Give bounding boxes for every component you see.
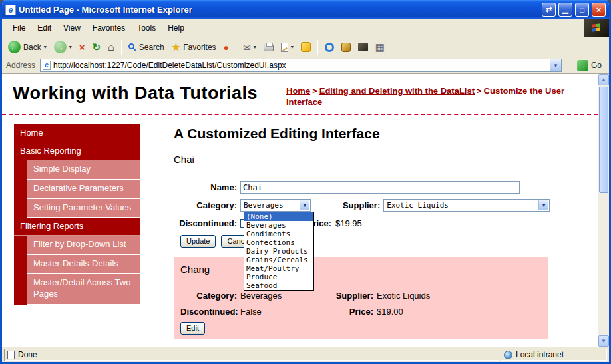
search-button[interactable]: Search xyxy=(125,41,168,54)
dropdown-option-confections[interactable]: Confections xyxy=(244,238,313,247)
home-button[interactable]: ⌂ xyxy=(104,40,118,55)
address-dropdown-icon[interactable]: ▼ xyxy=(550,59,561,71)
grid-icon: ▦ xyxy=(375,42,385,52)
supplier-dropdown-icon[interactable]: ▼ xyxy=(538,200,548,210)
dropdown-option-dairy-products[interactable]: Dairy Products xyxy=(244,247,313,256)
breadcrumb: Home>Editing and Deleting with the DataL… xyxy=(286,86,587,108)
scroll-up-icon[interactable]: ▲ xyxy=(598,74,609,85)
edit-button-toolbar[interactable]: ▾ xyxy=(278,41,297,54)
back-button[interactable]: ← Back ▾ xyxy=(5,39,50,55)
menu-view[interactable]: View xyxy=(58,21,86,35)
menu-tools[interactable]: Tools xyxy=(132,21,161,35)
mail-button[interactable]: ✉ ▾ xyxy=(240,41,260,54)
research-icon xyxy=(341,43,351,52)
address-label: Address xyxy=(5,61,37,70)
supplier-select[interactable]: Exotic Liquids ▼ xyxy=(383,199,550,212)
browser-window: e Untitled Page - Microsoft Internet Exp… xyxy=(0,0,611,364)
sidebar-item-declarative-parameters[interactable]: Declarative Parameters xyxy=(27,180,140,199)
page-area: Working with Data Tutorials Home>Editing… xyxy=(2,74,598,347)
mail-icon: ✉ xyxy=(243,43,251,52)
price-value: $19.95 xyxy=(335,218,362,228)
tools-extra-button[interactable] xyxy=(355,41,371,53)
dropdown-option-seafood[interactable]: Seafood xyxy=(244,281,313,290)
content-row: Home Basic Reporting Simple Display Decl… xyxy=(2,115,598,339)
status-zone: Local intranet xyxy=(501,349,607,361)
stop-button[interactable]: × xyxy=(76,40,89,54)
messenger-icon xyxy=(301,42,311,52)
dropdown-option-meat-poultry[interactable]: Meat/Poultry xyxy=(244,264,313,273)
ie-e-glyph: e xyxy=(9,6,13,14)
sidebar-item-filter-by-dropdown-list[interactable]: Filter by Drop-Down List xyxy=(27,236,140,255)
sidebar-item-master-detail-across-two-pages[interactable]: Master/Detail Across Two Pages xyxy=(27,274,140,305)
edit-button[interactable]: Edit xyxy=(180,322,205,335)
ie-logo-icon: e xyxy=(5,5,16,15)
refresh-button[interactable]: ↻ xyxy=(89,40,104,54)
dropdown-option-beverages[interactable]: Beverages xyxy=(244,221,313,230)
breadcrumb-home-link[interactable]: Home xyxy=(286,86,310,96)
address-input[interactable]: e http://localhost:1227/Code/EditDeleteD… xyxy=(40,59,562,72)
dropdown-option-condiments[interactable]: Condiments xyxy=(244,230,313,238)
sidebar-item-simple-display[interactable]: Simple Display xyxy=(27,160,140,180)
name-input[interactable]: Chai xyxy=(240,181,520,194)
update-button[interactable]: Update xyxy=(180,235,216,248)
status-bar: Done Local intranet xyxy=(2,347,609,362)
close-button[interactable]: × xyxy=(592,3,606,17)
maximize-button[interactable]: □ xyxy=(575,3,589,17)
discuss-button[interactable] xyxy=(321,41,337,54)
category-select[interactable]: Beverages ▼ xyxy=(240,199,311,212)
category-dropdown-icon[interactable]: ▼ xyxy=(300,200,309,210)
forward-button[interactable]: → ▾ xyxy=(51,39,75,55)
discuss-icon xyxy=(325,43,334,52)
scrollbar-thumb[interactable] xyxy=(599,87,608,193)
menu-edit[interactable]: Edit xyxy=(32,21,57,35)
vertical-scrollbar[interactable]: ▲ ▼ xyxy=(598,74,609,347)
media-button[interactable]: ● xyxy=(220,41,232,54)
sidebar-item-filtering-reports[interactable]: Filtering Reports xyxy=(14,218,140,236)
go-button[interactable]: → Go xyxy=(574,59,606,73)
dropdown-option-grains-cereals[interactable]: Grains/Cereals xyxy=(244,256,313,264)
window-arrows-button[interactable]: ⇄ xyxy=(542,3,556,17)
view-item-name: Chang xyxy=(180,264,541,275)
print-button[interactable] xyxy=(260,41,277,53)
edit-form: Name: Chai Category: Beverages ▼ Supplie… xyxy=(174,181,550,248)
favorites-star-icon: ★ xyxy=(172,42,180,52)
main-content: A Customized Editing Interface Chai Name… xyxy=(174,124,550,339)
sidebar-item-basic-reporting[interactable]: Basic Reporting xyxy=(14,142,140,160)
forward-icon: → xyxy=(54,41,67,53)
scroll-down-icon[interactable]: ▼ xyxy=(598,335,609,347)
edit-buttons-row: Update Cancel xyxy=(174,235,550,248)
dropdown-option-none[interactable]: (None) xyxy=(244,212,313,221)
back-caret-icon: ▾ xyxy=(44,44,47,50)
scrollbar-track[interactable] xyxy=(598,85,609,335)
menu-favorites[interactable]: Favorites xyxy=(87,21,130,35)
favorites-button[interactable]: ★ Favorites xyxy=(168,40,220,54)
site-title: Working with Data Tutorials xyxy=(13,83,258,108)
breadcrumb-separator: > xyxy=(477,86,482,96)
discontinued-row: Discontinued: Price: $19.95 xyxy=(174,217,550,230)
grid-button[interactable]: ▦ xyxy=(372,40,388,54)
messenger-button[interactable] xyxy=(298,40,314,54)
view-category-value: Beverages xyxy=(240,291,313,301)
research-button[interactable] xyxy=(338,41,354,54)
category-dropdown-list: (None) Beverages Condiments Confections … xyxy=(244,212,314,291)
titlebar[interactable]: e Untitled Page - Microsoft Internet Exp… xyxy=(2,0,609,19)
view-category-row: Category: Beverages Supplier: Exotic Liq… xyxy=(180,289,541,303)
status-text: Done xyxy=(18,350,37,359)
sidebar-item-setting-parameter-values[interactable]: Setting Parameter Values xyxy=(27,199,140,218)
sidebar-item-home[interactable]: Home xyxy=(14,124,140,142)
edit-caret-icon: ▾ xyxy=(291,44,294,50)
name-row: Name: Chai xyxy=(174,181,550,194)
menu-help[interactable]: Help xyxy=(162,21,190,35)
toolbar: ← Back ▾ → ▾ × ↻ ⌂ Search ★ Favorites ● … xyxy=(2,37,609,57)
minimize-button[interactable]: ▁ xyxy=(558,3,572,17)
dropdown-option-produce[interactable]: Produce xyxy=(244,273,313,281)
stop-icon: × xyxy=(79,42,85,52)
search-label: Search xyxy=(139,43,164,52)
ie-throbber xyxy=(584,19,609,37)
menu-file[interactable]: File xyxy=(7,21,31,35)
sidebar-item-master-details-details[interactable]: Master-Details-Details xyxy=(27,255,140,274)
breadcrumb-section-link[interactable]: Editing and Deleting with the DataList xyxy=(319,86,475,96)
category-row: Category: Beverages ▼ Supplier: Exotic L… xyxy=(174,199,550,212)
media-icon: ● xyxy=(224,43,229,52)
edit-page-icon xyxy=(281,43,288,52)
